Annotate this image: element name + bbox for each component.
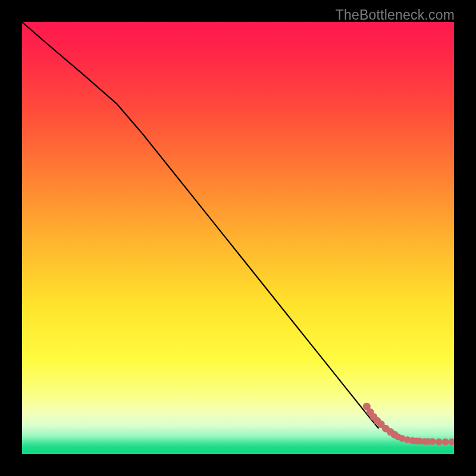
watermark-text: TheBottleneck.com bbox=[336, 7, 455, 23]
plot-area bbox=[22, 22, 454, 454]
background-gradient bbox=[22, 22, 454, 454]
svg-rect-0 bbox=[22, 22, 454, 454]
chart-stage: TheBottleneck.com bbox=[0, 0, 476, 476]
